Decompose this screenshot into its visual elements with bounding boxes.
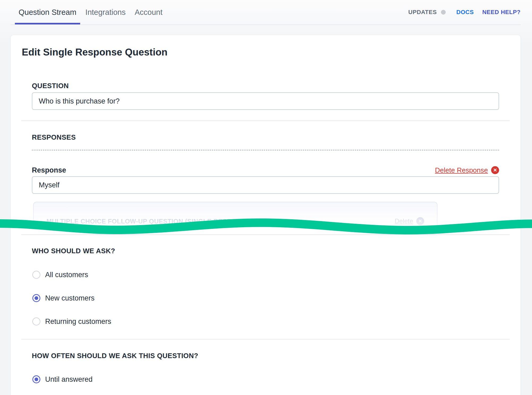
delete-response-label: Delete Response xyxy=(435,166,488,174)
audience-label: WHO SHOULD WE ASK? xyxy=(32,247,115,255)
response-row: Response Delete Response ✕ xyxy=(32,165,499,175)
page-title: Edit Single Response Question xyxy=(22,47,168,58)
response-label: Response xyxy=(32,166,66,174)
response-input[interactable] xyxy=(32,176,499,194)
radio-option-all-customers[interactable]: All customers xyxy=(32,271,88,279)
nav-tabs: Question Stream Integrations Account xyxy=(15,0,168,24)
radio-option-until-answered[interactable]: Until answered xyxy=(32,375,93,384)
docs-link[interactable]: DOCS xyxy=(456,9,474,16)
delete-x-circle-icon[interactable]: ✕ xyxy=(491,166,499,174)
section-divider xyxy=(21,339,510,340)
dotted-divider xyxy=(32,150,499,151)
responses-label: RESPONSES xyxy=(32,133,76,141)
updates-indicator-dot-icon xyxy=(441,10,446,15)
tab-account[interactable]: Account xyxy=(131,0,166,24)
need-help-link[interactable]: NEED HELP? xyxy=(482,9,521,16)
torn-edge-wave xyxy=(0,216,532,236)
radio-option-new-customers[interactable]: New customers xyxy=(32,294,95,302)
radio-unselected-icon[interactable] xyxy=(32,317,40,325)
radio-unselected-icon[interactable] xyxy=(32,271,40,279)
delete-response-link[interactable]: Delete Response ✕ xyxy=(435,166,499,174)
nav-right-links: UPDATES DOCS NEED HELP? xyxy=(408,0,521,24)
radio-option-label: Until answered xyxy=(45,375,93,384)
radio-selected-icon[interactable] xyxy=(32,375,40,383)
question-label: QUESTION xyxy=(32,82,69,90)
question-input[interactable] xyxy=(32,92,499,110)
section-divider xyxy=(21,121,510,121)
radio-option-label: New customers xyxy=(45,294,95,302)
frequency-label: HOW OFTEN SHOULD WE ASK THIS QUESTION? xyxy=(32,352,198,360)
tab-question-stream[interactable]: Question Stream xyxy=(15,0,80,24)
updates-link[interactable]: UPDATES xyxy=(408,9,437,16)
radio-option-returning-customers[interactable]: Returning customers xyxy=(32,317,111,326)
top-nav: Question Stream Integrations Account UPD… xyxy=(11,0,521,25)
radio-option-label: Returning customers xyxy=(45,317,111,326)
radio-option-label: All customers xyxy=(45,271,88,279)
edit-question-card: Edit Single Response Question QUESTION R… xyxy=(11,35,521,395)
tab-integrations[interactable]: Integrations xyxy=(82,0,130,24)
radio-selected-icon[interactable] xyxy=(32,294,40,302)
